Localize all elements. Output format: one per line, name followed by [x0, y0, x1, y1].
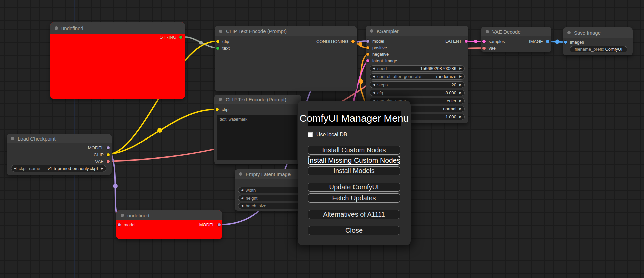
- load-checkpoint-widget-ckpt-name[interactable]: ◀ ckpt_name v1-5-pruned-emaonly.ckpt ▶: [11, 165, 106, 172]
- input-socket-samples[interactable]: [482, 40, 486, 43]
- reroute-dot-clip[interactable]: [157, 128, 162, 133]
- input-label: model: [124, 222, 135, 227]
- input-socket-model[interactable]: [118, 223, 121, 226]
- output-socket-string[interactable]: [179, 36, 182, 39]
- node-empty-latent-image[interactable]: Empty Latent Image ◀ width ◀ height ◀ ba…: [235, 169, 303, 211]
- fetch-updates-button[interactable]: Fetch Updates: [308, 193, 400, 203]
- ksampler-widget-control-after-generate[interactable]: ◀ control_after_generate randomize ▶: [370, 73, 465, 80]
- input-socket-text[interactable]: [216, 47, 219, 50]
- output-label: MODEL: [88, 145, 104, 150]
- input-socket-clip[interactable]: [216, 40, 219, 43]
- output-socket-latent[interactable]: [465, 40, 468, 43]
- collapse-dot-icon[interactable]: [121, 214, 124, 217]
- node-clip-text-encode-1[interactable]: CLIP Text Encode (Prompt) clip text COND…: [215, 26, 357, 91]
- collapse-dot-icon[interactable]: [55, 26, 58, 30]
- node-undefined-bottom[interactable]: undefined model MODEL: [116, 210, 222, 239]
- node-title: CLIP Text Encode (Prompt): [226, 28, 287, 34]
- ksampler-widget-steps[interactable]: ◀ steps 20 ▶: [370, 81, 465, 88]
- input-socket-model[interactable]: [366, 40, 369, 43]
- node-title-bar[interactable]: CLIP Text Encode (Prompt): [214, 95, 301, 104]
- node-title-bar[interactable]: CLIP Text Encode (Prompt): [215, 26, 357, 36]
- install-models-button[interactable]: Install Models: [308, 166, 400, 175]
- node-title-bar[interactable]: Empty Latent Image: [235, 169, 303, 179]
- widget-value: 1.000: [446, 114, 457, 119]
- right-arrow-icon[interactable]: ▶: [459, 99, 462, 102]
- input-socket-negative[interactable]: [366, 53, 369, 56]
- output-socket-conditioning[interactable]: [351, 40, 355, 43]
- left-arrow-icon[interactable]: ◀: [373, 91, 375, 94]
- right-arrow-icon[interactable]: ▶: [459, 91, 462, 94]
- empty-latent-widget-width[interactable]: ◀ width: [238, 187, 302, 193]
- left-arrow-icon[interactable]: ◀: [373, 83, 375, 86]
- dialog-title: ComfyUI Manager Menu: [308, 111, 401, 126]
- node-clip-text-encode-2[interactable]: CLIP Text Encode (Prompt) clip text, wat…: [214, 95, 301, 164]
- ksampler-widget-cfg[interactable]: ◀ cfg 8.000 ▶: [370, 90, 465, 96]
- collapse-dot-icon[interactable]: [11, 137, 14, 140]
- collapse-dot-icon[interactable]: [370, 29, 373, 33]
- reroute-dot-positive[interactable]: [358, 42, 362, 46]
- ksampler-widget-seed[interactable]: ◀ seed 156680208700286 ▶: [370, 65, 465, 72]
- install-missing-custom-nodes-button[interactable]: Install Missing Custom Nodes: [308, 156, 400, 165]
- reroute-dot-latent[interactable]: [474, 40, 477, 43]
- right-arrow-icon[interactable]: ▶: [459, 67, 462, 70]
- prompt-text-area[interactable]: text, watermark: [217, 115, 297, 160]
- install-custom-nodes-button[interactable]: Install Custom Nodes: [308, 146, 400, 155]
- left-arrow-icon[interactable]: ◀: [373, 67, 375, 70]
- left-arrow-icon[interactable]: ◀: [14, 167, 16, 170]
- right-arrow-icon[interactable]: ▶: [459, 107, 462, 110]
- collapse-dot-icon[interactable]: [567, 31, 571, 34]
- use-local-db-checkbox[interactable]: [308, 132, 313, 137]
- save-image-widget-filename-prefix[interactable]: filename_prefix ComfyUI: [570, 46, 627, 52]
- output-socket-image[interactable]: [546, 40, 549, 43]
- input-socket-images[interactable]: [564, 41, 567, 44]
- right-arrow-icon[interactable]: ▶: [459, 83, 462, 86]
- right-arrow-icon[interactable]: ▶: [101, 167, 103, 170]
- empty-latent-widget-height[interactable]: ◀ height: [238, 195, 302, 201]
- node-undefined-top[interactable]: undefined STRING: [50, 22, 185, 99]
- input-label: latent_image: [372, 58, 397, 63]
- update-comfyui-button[interactable]: Update ComfyUI: [308, 183, 400, 192]
- output-socket-model[interactable]: [107, 146, 110, 149]
- use-local-db-row[interactable]: Use local DB: [308, 132, 347, 138]
- reroute-dot-image[interactable]: [555, 40, 560, 44]
- node-title-bar[interactable]: undefined: [116, 210, 222, 220]
- collapse-dot-icon[interactable]: [239, 172, 242, 176]
- reroute-dot-string[interactable]: [199, 41, 203, 45]
- output-socket-vae[interactable]: [107, 160, 110, 163]
- node-vae-decode[interactable]: VAE Decode samples vae IMAGE: [481, 27, 551, 52]
- left-arrow-icon[interactable]: ◀: [241, 189, 243, 192]
- node-title-bar[interactable]: Load Checkpoint: [7, 134, 112, 143]
- collapse-dot-icon[interactable]: [219, 30, 222, 33]
- widget-label: ckpt_name: [19, 166, 48, 171]
- output-socket-clip[interactable]: [107, 153, 110, 156]
- reroute-dot-model[interactable]: [113, 184, 118, 188]
- node-title-bar[interactable]: VAE Decode: [481, 27, 551, 36]
- alternatives-of-a1111-button[interactable]: Alternatives of A1111: [308, 210, 400, 219]
- node-title: undefined: [61, 25, 83, 31]
- left-arrow-icon[interactable]: ◀: [241, 197, 243, 200]
- widget-value: 156680208700286: [420, 66, 456, 71]
- collapse-dot-icon[interactable]: [219, 98, 222, 101]
- reroute-dot-negative[interactable]: [359, 79, 363, 84]
- node-title: Load Checkpoint: [18, 136, 56, 142]
- empty-latent-widget-batch-size[interactable]: ◀ batch_size: [238, 203, 302, 209]
- collapse-dot-icon[interactable]: [486, 30, 489, 33]
- widget-value: ComfyUI: [605, 47, 622, 52]
- left-arrow-icon[interactable]: ◀: [373, 75, 375, 78]
- input-socket-latent-image[interactable]: [366, 59, 369, 62]
- input-socket-clip[interactable]: [216, 108, 219, 111]
- widget-value: 20: [452, 82, 456, 87]
- input-socket-vae[interactable]: [482, 47, 486, 50]
- input-socket-positive[interactable]: [366, 46, 369, 49]
- right-arrow-icon[interactable]: ▶: [459, 115, 462, 118]
- node-title-bar[interactable]: Save Image: [563, 27, 633, 38]
- left-arrow-icon[interactable]: ◀: [241, 204, 243, 207]
- node-load-checkpoint[interactable]: Load Checkpoint MODEL CLIP VAE ◀ ckpt_na…: [7, 134, 112, 175]
- node-save-image[interactable]: Save Image images filename_prefix ComfyU…: [563, 27, 633, 55]
- node-title-bar[interactable]: KSampler: [366, 26, 468, 36]
- output-label: STRING: [160, 35, 176, 40]
- close-button[interactable]: Close: [308, 226, 400, 235]
- node-title-bar[interactable]: undefined: [50, 22, 185, 34]
- output-socket-model[interactable]: [218, 223, 221, 226]
- right-arrow-icon[interactable]: ▶: [459, 75, 462, 78]
